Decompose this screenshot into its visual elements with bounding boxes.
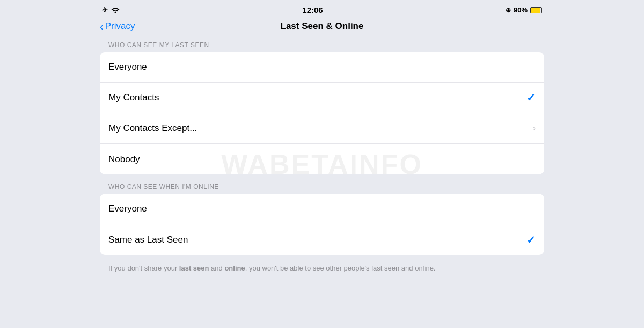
- last-seen-list: Everyone My Contacts ✓ My Contacts Excep…: [100, 52, 544, 174]
- last-seen-section: WHO CAN SEE MY LAST SEEN Everyone My Con…: [100, 37, 544, 174]
- list-item[interactable]: Everyone: [100, 52, 544, 83]
- nav-bar: ‹ Privacy Last Seen & Online: [91, 18, 553, 37]
- back-chevron-icon: ‹: [100, 21, 104, 32]
- status-left: ✈: [102, 6, 120, 14]
- back-button[interactable]: ‹ Privacy: [100, 21, 135, 32]
- battery-percent: 90%: [514, 6, 528, 14]
- battery-icon: [530, 7, 542, 13]
- item-right: ✓: [526, 91, 536, 104]
- list-item[interactable]: Nobody: [100, 144, 544, 174]
- item-label-everyone-online: Everyone: [108, 203, 147, 214]
- item-label-same-as-last-seen: Same as Last Seen: [108, 235, 188, 245]
- wifi-icon: [111, 6, 120, 14]
- location-icon: ⊕: [506, 6, 511, 14]
- list-item[interactable]: Everyone: [100, 194, 544, 224]
- footer-note: If you don't share your last seen and on…: [100, 259, 544, 273]
- online-section-header: WHO CAN SEE WHEN I'M ONLINE: [100, 179, 544, 194]
- list-item[interactable]: My Contacts Except... ›: [100, 113, 544, 144]
- list-item[interactable]: Same as Last Seen ✓: [100, 224, 544, 255]
- page-title: Last Seen & Online: [281, 21, 364, 32]
- last-seen-section-header: WHO CAN SEE MY LAST SEEN: [100, 37, 544, 52]
- checkmark-icon: ✓: [526, 91, 536, 104]
- chevron-right-icon: ›: [533, 123, 536, 133]
- online-section: WHO CAN SEE WHEN I'M ONLINE Everyone Sam…: [100, 179, 544, 255]
- airplane-icon: ✈: [102, 6, 108, 14]
- item-label-everyone: Everyone: [108, 62, 147, 72]
- item-label-my-contacts: My Contacts: [108, 92, 159, 103]
- item-right: ›: [533, 123, 536, 133]
- status-right: ⊕ 90%: [506, 6, 542, 14]
- item-label-nobody: Nobody: [108, 154, 140, 165]
- item-right: ✓: [526, 234, 536, 246]
- list-item[interactable]: My Contacts ✓: [100, 83, 544, 113]
- status-bar: ✈ 12:06 ⊕ 90%: [91, 0, 553, 18]
- status-time: 12:06: [302, 5, 323, 14]
- checkmark-icon: ✓: [526, 234, 536, 246]
- back-label: Privacy: [105, 21, 135, 32]
- online-list: Everyone Same as Last Seen ✓: [100, 194, 544, 255]
- main-content: WHO CAN SEE MY LAST SEEN Everyone My Con…: [91, 37, 553, 328]
- item-label-my-contacts-except: My Contacts Except...: [108, 123, 197, 134]
